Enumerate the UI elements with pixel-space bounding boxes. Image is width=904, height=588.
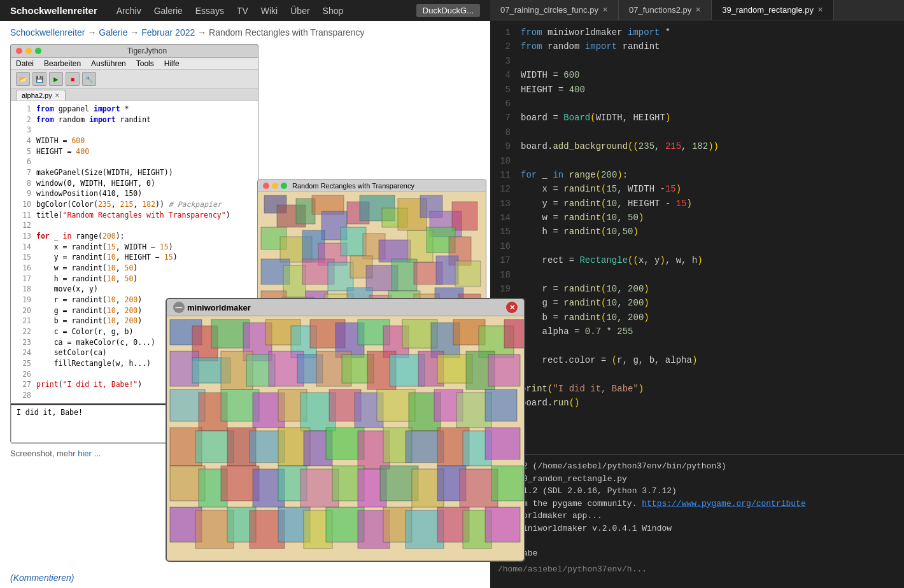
- preview-close-dot[interactable]: [263, 183, 269, 189]
- code-line-24: rect.color = (r, g, b, alpha): [521, 353, 894, 367]
- breadcrumb-home[interactable]: Schockwellenreiter: [10, 27, 85, 38]
- nav-shop[interactable]: Shop: [323, 6, 344, 16]
- mini-min-button[interactable]: —: [173, 302, 185, 313]
- code-line-14: w = randint(10, 50): [521, 211, 894, 225]
- svg-rect-96: [485, 428, 520, 459]
- preview-max-dot[interactable]: [281, 183, 287, 189]
- code-line-27: board.run(): [521, 396, 894, 410]
- toolbar-debug[interactable]: 🔧: [82, 72, 96, 86]
- svg-rect-109: [491, 466, 523, 501]
- svg-rect-83: [485, 389, 517, 421]
- code-line-7: board = Board(WIDTH, HEIGHT): [521, 111, 894, 125]
- code-line-25: [521, 367, 894, 381]
- svg-rect-16: [341, 227, 366, 256]
- nav-tv[interactable]: TV: [237, 6, 248, 16]
- toolbar-stop[interactable]: ■: [66, 72, 80, 86]
- terminal-line-1: 3.7.12 (/home/asiebel/python37env/bin/py…: [498, 460, 896, 473]
- terminal-line-5: ▶ from the pygame community. https://www…: [498, 498, 896, 510]
- preview-min-dot[interactable]: [272, 183, 278, 189]
- editor-tabs-bar: 07_raining_circles_func.py ✕ 07_function…: [490, 0, 904, 20]
- menu-tools[interactable]: Tools: [136, 59, 154, 68]
- code-line-18: [521, 268, 894, 282]
- editor-code-lines: from miniworldmaker import * from random…: [521, 25, 904, 449]
- toolbar-run[interactable]: ▶: [49, 72, 63, 86]
- mini-popup-titlebar: — miniworldmaker ✕: [167, 299, 524, 316]
- terminal-line-path: /home/asiebel/python37env/h...: [498, 563, 896, 576]
- toolbar-save[interactable]: 💾: [32, 72, 46, 86]
- code-line-13: y = randint(10, HEIGHT - 15): [521, 197, 894, 211]
- preview-titlebar: Random Rectangles with Transparency: [258, 180, 486, 192]
- terminal-line-9: go: [498, 535, 896, 547]
- tab-random-rectangle-close[interactable]: ✕: [817, 6, 823, 14]
- site-title[interactable]: Schockwellenreiter: [10, 5, 97, 16]
- code-line-22: alpha = 0.7 * 255: [521, 325, 894, 339]
- nav-uber[interactable]: Über: [290, 6, 309, 16]
- terminal-line-8: new miniworldmaker v.2.0.4.1 Window: [498, 522, 896, 535]
- tab-raining-circles[interactable]: 07_raining_circles_func.py ✕: [490, 0, 619, 20]
- menu-hilfe[interactable]: Hilfe: [164, 59, 180, 68]
- toolbar-open[interactable]: 📂: [16, 72, 30, 86]
- svg-rect-11: [452, 202, 477, 230]
- nav-wiki[interactable]: Wiki: [261, 6, 278, 16]
- terminal: 3.7.12 (/home/asiebel/python37env/bin/py…: [490, 454, 904, 588]
- breadcrumb-galerie[interactable]: Galerie: [99, 27, 127, 38]
- comment-link: (Kommentieren): [0, 568, 490, 588]
- code-line-6: [521, 97, 894, 111]
- svg-rect-122: [485, 507, 520, 542]
- pygame-link[interactable]: https://www.pygame.org/contribute: [642, 499, 805, 508]
- ide-tab-alpha2[interactable]: alpha2.py ✕: [16, 90, 66, 101]
- mini-close-button[interactable]: ✕: [506, 302, 518, 313]
- tab-random-rectangle-label: 39_random_rectangle.py: [722, 5, 814, 15]
- code-line-10: [521, 154, 894, 168]
- menu-datei[interactable]: Datei: [16, 59, 34, 68]
- code-line-17: rect = Rectangle((x, y), w, h): [521, 253, 894, 267]
- miniworldmaker-popup: — miniworldmaker ✕: [166, 298, 525, 562]
- menu-bearbeiten[interactable]: Bearbeiten: [44, 59, 81, 68]
- svg-rect-31: [455, 261, 481, 286]
- code-line-1: from miniworldmaker import *: [521, 25, 894, 39]
- terminal-line-7: miniworldmaker app...: [498, 510, 896, 522]
- code-line-19: r = randint(10, 200): [521, 282, 894, 296]
- code-line-2: from random import randint: [521, 39, 894, 53]
- terminal-line-2: run 39_random_rectangle.py: [498, 473, 896, 486]
- tab-functions2[interactable]: 07_functions2.py ✕: [619, 0, 712, 20]
- right-panel: 07_raining_circles_func.py ✕ 07_function…: [490, 0, 904, 588]
- hier-link[interactable]: hier ...: [78, 449, 101, 458]
- code-line-4: WIDTH = 600: [521, 68, 894, 82]
- mini-popup-canvas: [167, 316, 524, 559]
- tab-raining-circles-close[interactable]: ✕: [602, 6, 608, 14]
- duckduckgo-button[interactable]: DuckDuckG...: [416, 4, 480, 17]
- nav-galerie[interactable]: Galerie: [154, 6, 183, 16]
- menu-ausfuhren[interactable]: Ausführen: [91, 59, 126, 68]
- kommentieren-link[interactable]: (Kommentieren): [10, 573, 74, 583]
- svg-rect-70: [488, 354, 520, 386]
- ide-tabs: alpha2.py ✕: [11, 88, 258, 101]
- code-line-11: for _ in range(200):: [521, 168, 894, 182]
- mini-popup-title: miniworldmaker: [187, 303, 251, 312]
- nav-essays[interactable]: Essays: [195, 6, 224, 16]
- tab-functions2-close[interactable]: ✕: [695, 6, 701, 14]
- ide-titlebar: TigerJython: [11, 45, 258, 58]
- code-line-21: b = randint(10, 200): [521, 311, 894, 325]
- code-line-9: board.add_background((235, 215, 182)): [521, 139, 894, 153]
- code-editor: 1 2 3 4 5 6 7 8 9 10 11 12 13 14 15 16 1…: [490, 20, 904, 454]
- tab-raining-circles-label: 07_raining_circles_func.py: [500, 5, 598, 15]
- code-line-12: x = randint(15, WIDTH -15): [521, 182, 894, 196]
- code-line-5: HEIGHT = 400: [521, 83, 894, 97]
- code-line-3: [521, 54, 894, 68]
- ide-menubar: Datei Bearbeiten Ausführen Tools Hilfe: [11, 58, 258, 70]
- tab-random-rectangle[interactable]: 39_random_rectangle.py ✕: [712, 0, 834, 20]
- terminal-line-10: it, Babe: [498, 547, 896, 560]
- code-line-26: print("I did it, Babe"): [521, 382, 894, 396]
- code-line-15: h = randint(10,50): [521, 225, 894, 239]
- breadcrumb: Schockwellenreiter → Galerie → Februar 2…: [0, 21, 490, 44]
- tab-close-icon[interactable]: ✕: [55, 92, 60, 99]
- svg-rect-56: [504, 319, 524, 348]
- ide-title: TigerJython: [127, 46, 167, 55]
- ide-toolbar: 📂 💾 ▶ ■ 🔧: [11, 70, 258, 88]
- breadcrumb-date[interactable]: Februar 2022: [141, 27, 195, 38]
- nav-archiv[interactable]: Archiv: [117, 6, 141, 16]
- code-line-8: [521, 125, 894, 139]
- code-line-16: [521, 239, 894, 253]
- terminal-line-4: me 2.1.2 (SDL 2.0.16, Python 3.7.12): [498, 485, 896, 498]
